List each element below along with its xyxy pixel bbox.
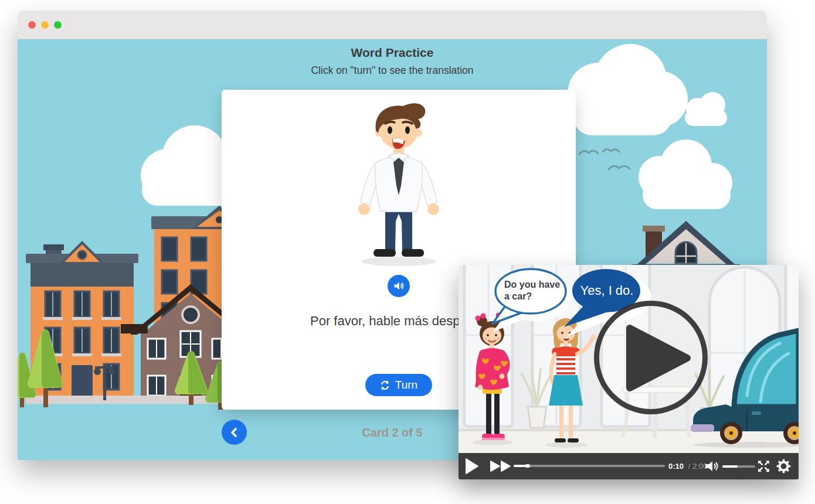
progress-bar[interactable] bbox=[514, 465, 665, 467]
house-roof-right bbox=[632, 221, 740, 269]
play-icon bbox=[466, 458, 478, 474]
volume-level bbox=[722, 465, 738, 468]
page-title: Word Practice bbox=[18, 45, 767, 60]
turn-button[interactable]: Turn bbox=[365, 374, 432, 396]
cloud bbox=[685, 92, 727, 126]
progress-knob[interactable] bbox=[525, 464, 530, 468]
question-bubble: Do you have a car? bbox=[504, 279, 565, 303]
question-line-1: Do you have bbox=[504, 280, 560, 290]
close-button[interactable] bbox=[28, 21, 36, 29]
gear-icon bbox=[776, 458, 792, 474]
practice-header: Word Practice Click on "turn" to see the… bbox=[18, 45, 767, 77]
answer-bubble: Yes, I do. bbox=[575, 283, 639, 298]
birds bbox=[579, 149, 630, 169]
sync-icon bbox=[380, 380, 390, 390]
minimize-button[interactable] bbox=[41, 21, 49, 29]
cloud bbox=[639, 139, 732, 209]
video-play-overlay-button[interactable] bbox=[594, 301, 708, 414]
turn-button-label: Turn bbox=[395, 379, 417, 391]
man-illustration bbox=[337, 97, 460, 267]
video-play-button[interactable] bbox=[466, 458, 478, 476]
audio-button[interactable] bbox=[388, 275, 410, 297]
fullscreen-button[interactable] bbox=[756, 459, 771, 475]
question-line-2: a car? bbox=[504, 291, 532, 301]
previous-card-button[interactable] bbox=[222, 420, 247, 445]
time-display: 0:10 / 2:00 bbox=[668, 462, 707, 471]
speaker-icon bbox=[393, 280, 405, 292]
zoom-button[interactable] bbox=[54, 21, 62, 29]
video-controls-bar: 0:10 / 2:00 bbox=[459, 453, 799, 479]
volume-slider[interactable] bbox=[722, 465, 755, 468]
practice-instruction: Click on "turn" to see the translation bbox=[18, 64, 767, 77]
volume-icon bbox=[705, 460, 719, 472]
volume-button[interactable] bbox=[705, 460, 719, 474]
window-titlebar bbox=[18, 11, 767, 39]
fast-forward-button[interactable] bbox=[490, 461, 511, 474]
car-wheel bbox=[720, 422, 742, 444]
current-time: 0:10 bbox=[668, 462, 684, 471]
chevron-left-icon bbox=[229, 427, 240, 438]
fullscreen-expand-icon bbox=[756, 459, 771, 474]
play-icon bbox=[599, 306, 702, 409]
screenshot-stage: Word Practice Click on "turn" to see the… bbox=[0, 0, 815, 504]
fast-forward-icon bbox=[490, 461, 511, 472]
settings-button[interactable] bbox=[776, 458, 792, 476]
video-player: Do you have a car? Yes, I do. bbox=[459, 265, 799, 479]
